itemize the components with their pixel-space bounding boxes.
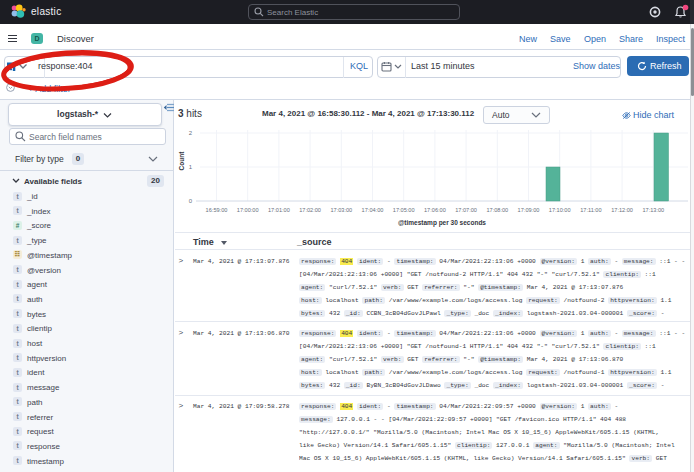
svg-text:17:01:00: 17:01:00 <box>268 207 290 213</box>
svg-text:17:11:00: 17:11:00 <box>580 207 601 213</box>
svg-text:17:00:00: 17:00:00 <box>237 207 259 213</box>
svg-text:17:03:00: 17:03:00 <box>330 207 352 213</box>
svg-text:17:07:00: 17:07:00 <box>455 207 477 213</box>
svg-text:2: 2 <box>189 130 193 136</box>
svg-text:17:05:00: 17:05:00 <box>393 207 415 213</box>
svg-text:17:13:00: 17:13:00 <box>642 207 664 213</box>
svg-text:17:06:00: 17:06:00 <box>424 207 446 213</box>
svg-text:@timestamp per 30 seconds: @timestamp per 30 seconds <box>398 219 486 227</box>
svg-text:17:09:00: 17:09:00 <box>518 207 540 213</box>
svg-text:17:08:00: 17:08:00 <box>486 207 508 213</box>
svg-text:Count: Count <box>178 151 185 171</box>
svg-text:17:04:00: 17:04:00 <box>362 207 384 213</box>
svg-text:17:12:00: 17:12:00 <box>611 207 633 213</box>
svg-text:17:02:00: 17:02:00 <box>299 207 321 213</box>
svg-text:1: 1 <box>189 164 193 170</box>
svg-text:0: 0 <box>189 198 193 204</box>
svg-text:17:10:00: 17:10:00 <box>549 207 571 213</box>
svg-text:16:59:00: 16:59:00 <box>206 207 228 213</box>
